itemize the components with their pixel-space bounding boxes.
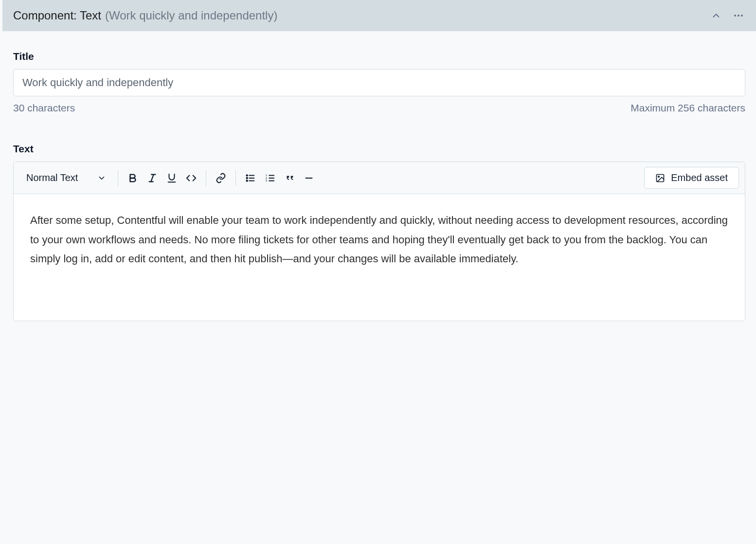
component-editor: Component: Text (Work quickly and indepe… [2, 0, 756, 345]
rte-toolbar: Normal Text [14, 162, 745, 194]
numbered-list-icon: 123 [265, 173, 275, 183]
text-style-dropdown[interactable]: Normal Text [19, 168, 113, 187]
component-name-label: (Work quickly and independently) [105, 9, 277, 22]
text-field-label: Text [13, 143, 745, 155]
rte-toolbar-left: Normal Text [19, 168, 319, 187]
bold-icon [127, 173, 138, 183]
code-button[interactable] [181, 169, 201, 187]
toolbar-separator [206, 170, 206, 186]
link-icon [215, 173, 227, 183]
toolbar-separator [118, 170, 118, 186]
link-button[interactable] [211, 169, 231, 187]
bullet-list-button[interactable] [241, 169, 260, 187]
component-title-group: Component: Text (Work quickly and indepe… [13, 9, 277, 22]
underline-button[interactable] [162, 169, 181, 187]
toolbar-separator [235, 170, 236, 186]
svg-point-2 [741, 15, 743, 17]
blockquote-button[interactable] [280, 169, 299, 187]
header-actions [709, 9, 745, 22]
component-type-label: Component: Text [13, 9, 101, 22]
text-style-dropdown-label: Normal Text [26, 172, 78, 183]
title-meta-row: 30 characters Maximum 256 characters [13, 102, 745, 114]
chevron-up-icon [711, 10, 721, 21]
more-horizontal-icon [733, 10, 744, 21]
svg-point-1 [738, 15, 739, 17]
svg-point-10 [247, 175, 248, 176]
rich-text-editor: Normal Text [13, 162, 745, 321]
bold-button[interactable] [123, 169, 143, 187]
svg-text:3: 3 [266, 179, 267, 182]
title-char-count: 30 characters [13, 102, 75, 114]
embed-asset-button[interactable]: Embed asset [644, 167, 739, 189]
numbered-list-button[interactable]: 123 [260, 169, 280, 187]
title-max-note: Maximum 256 characters [630, 102, 745, 114]
collapse-button[interactable] [709, 9, 723, 22]
svg-line-5 [151, 174, 154, 181]
component-body: Title 30 characters Maximum 256 characte… [2, 31, 756, 345]
title-field-block: Title 30 characters Maximum 256 characte… [13, 51, 745, 114]
italic-icon [147, 173, 158, 183]
title-input[interactable] [13, 69, 745, 96]
bullet-list-icon [245, 173, 256, 183]
quote-icon [284, 173, 295, 183]
rte-content[interactable]: After some setup, Contentful will enable… [14, 194, 745, 321]
text-field-block: Text Normal Text [13, 143, 745, 321]
horizontal-rule-button[interactable] [299, 169, 319, 187]
svg-point-0 [734, 15, 736, 17]
svg-point-11 [247, 177, 248, 178]
image-icon [655, 173, 665, 183]
minus-icon [304, 173, 314, 183]
title-field-label: Title [13, 51, 745, 62]
more-actions-button[interactable] [732, 9, 745, 22]
component-header: Component: Text (Work quickly and indepe… [2, 0, 756, 31]
italic-button[interactable] [143, 169, 162, 187]
svg-point-21 [658, 176, 660, 177]
svg-point-12 [247, 180, 248, 181]
code-icon [185, 173, 197, 183]
chevron-down-icon [97, 174, 106, 182]
underline-icon [166, 173, 177, 183]
embed-asset-label: Embed asset [671, 172, 728, 183]
